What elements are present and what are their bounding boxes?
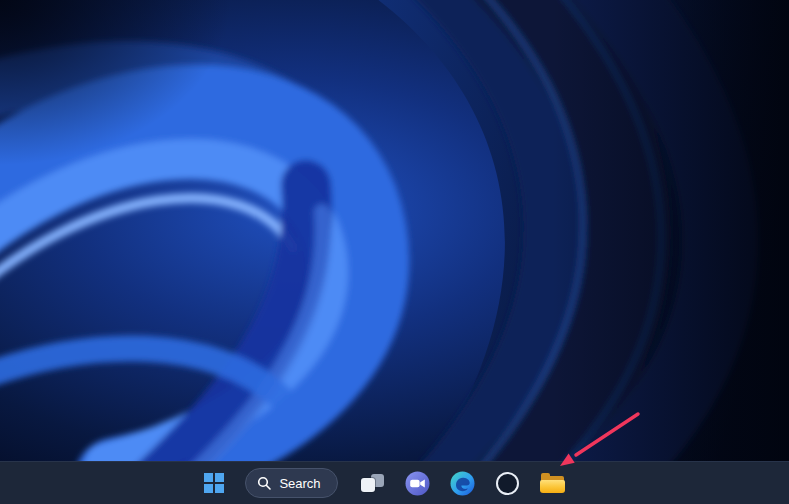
- desktop: Search: [0, 0, 789, 504]
- task-view-button[interactable]: [353, 463, 393, 503]
- taskbar-center-group: Search: [194, 463, 572, 503]
- browser-ring-button[interactable]: [488, 463, 528, 503]
- chat-button[interactable]: [398, 463, 438, 503]
- windows-start-icon: [204, 473, 224, 493]
- taskbar-search[interactable]: Search: [245, 468, 337, 498]
- search-label: Search: [279, 476, 320, 491]
- edge-button[interactable]: [443, 463, 483, 503]
- chat-camera-icon: [405, 471, 430, 496]
- file-explorer-folder-icon: [540, 473, 565, 493]
- start-button[interactable]: [194, 463, 234, 503]
- task-view-icon: [361, 472, 384, 494]
- desktop-wallpaper: [0, 0, 789, 462]
- edge-browser-icon: [450, 471, 475, 496]
- file-explorer-button[interactable]: [533, 463, 573, 503]
- taskbar: Search: [0, 461, 789, 504]
- search-icon: [257, 476, 271, 490]
- circle-ring-icon: [496, 472, 519, 495]
